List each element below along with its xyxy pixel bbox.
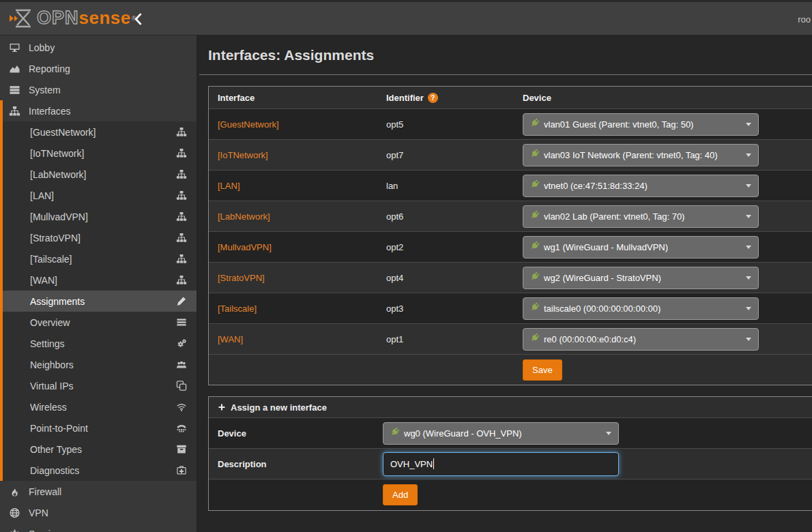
opnsense-logo[interactable]: OPNsense® — [10, 8, 136, 29]
sidebar-item-overview[interactable]: Overview — [3, 312, 197, 333]
sitemap-icon — [176, 148, 188, 159]
table-row: [LAN] lan vtnet0 (ce:47:51:8d:33:24) — [209, 170, 812, 201]
description-label: Description — [209, 459, 383, 469]
table-row: [Tailscale] opt3 tailscale0 (00:00:00:00… — [209, 293, 812, 323]
sidebar-item-mullvadvpn[interactable]: [MullvadVPN] — [3, 206, 197, 227]
device-select-value: vlan01 Guest (Parent: vtnet0, Tag: 50) — [544, 119, 693, 130]
interface-link[interactable]: [MullvadVPN] — [218, 242, 272, 252]
save-button[interactable]: Save — [523, 359, 562, 381]
interface-link[interactable]: [StratoVPN] — [218, 273, 265, 283]
column-header-device: Device — [523, 93, 812, 103]
tty-icon — [176, 423, 188, 434]
clone-icon — [176, 381, 188, 391]
sidebar-item-settings[interactable]: Settings — [3, 333, 197, 354]
sidebar-item-diagnostics[interactable]: Diagnostics — [3, 460, 197, 481]
sidebar-item-label: [WAN] — [30, 275, 57, 286]
description-input[interactable]: OVH_VPN — [383, 452, 619, 476]
sidebar-item-vpn[interactable]: VPN — [0, 502, 197, 523]
chevron-down-icon — [746, 246, 751, 249]
sidebar-item-point-to-point[interactable]: Point-to-Point — [3, 417, 197, 439]
interface-link[interactable]: [Tailscale] — [218, 304, 257, 314]
sidebar-item-tailscale[interactable]: [Tailscale] — [3, 248, 197, 269]
desktop-icon — [9, 42, 21, 53]
device-select[interactable]: vtnet0 (ce:47:51:8d:33:24) — [523, 175, 759, 197]
sidebar-item-iotnetwork[interactable]: [IoTNetwork] — [3, 143, 197, 164]
identifier-value: opt5 — [386, 119, 403, 130]
identifier-value: opt4 — [386, 273, 403, 283]
sidebar-item-label: Overview — [30, 317, 70, 328]
area-chart-icon — [9, 63, 21, 74]
device-select[interactable]: vlan03 IoT Network (Parent: vtnet0, Tag:… — [523, 144, 759, 166]
sidebar-item-neighbors[interactable]: Neighbors — [3, 354, 197, 375]
sidebar-collapse-icon[interactable] — [134, 13, 143, 28]
sidebar-item-reporting[interactable]: Reporting — [0, 58, 197, 79]
sidebar-item-lan[interactable]: [LAN] — [3, 185, 197, 206]
sitemap-icon — [176, 211, 188, 222]
sidebar-item-label: System — [29, 85, 61, 95]
sidebar-item-label: [StratoVPN] — [30, 233, 81, 243]
sidebar-item-virtual-ips[interactable]: Virtual IPs — [3, 375, 197, 396]
chevron-down-icon — [746, 184, 751, 188]
device-select-value: vlan03 IoT Network (Parent: vtnet0, Tag:… — [544, 150, 718, 160]
sidebar-item-label: [IoTNetwork] — [30, 148, 84, 159]
device-select[interactable]: re0 (00:00:00:e0:d0:c4) — [523, 328, 759, 351]
device-select-value: wg2 (WireGuard - StratoVPN) — [544, 273, 661, 283]
chevron-down-icon — [746, 215, 751, 218]
device-select[interactable]: vlan01 Guest (Parent: vtnet0, Tag: 50) — [523, 113, 759, 136]
identifier-value: opt2 — [386, 242, 403, 252]
interface-link[interactable]: [GuestNetwork] — [218, 119, 279, 130]
sidebar-item-services[interactable]: Services — [0, 523, 197, 532]
reorder-icon — [176, 317, 188, 328]
identifier-value: opt6 — [386, 211, 403, 222]
sidebar-item-label: Settings — [30, 338, 65, 349]
identifier-help-icon[interactable]: ? — [428, 93, 438, 103]
identifier-value: opt3 — [386, 304, 403, 314]
sidebar-item-system[interactable]: System — [0, 79, 197, 100]
interfaces-section: Interfaces [GuestNetwork] [IoTNetwork] [… — [0, 100, 197, 481]
page-title-band: Interfaces: Assignments — [199, 35, 812, 75]
assignments-table: Interface Identifier ? Device [GuestNetw… — [208, 86, 812, 385]
text-cursor — [433, 458, 434, 469]
logged-in-user[interactable]: roo — [798, 14, 811, 25]
interface-link[interactable]: [IoTNetwork] — [218, 150, 268, 160]
plug-icon — [530, 118, 540, 130]
save-row: Save — [209, 354, 812, 385]
column-header-identifier: Identifier ? — [386, 93, 523, 103]
add-button[interactable]: Add — [383, 484, 418, 505]
sidebar-item-interfaces[interactable]: Interfaces — [3, 100, 197, 121]
table-row: [StratoVPN] opt4 wg2 (WireGuard - Strato… — [209, 262, 812, 293]
device-select-value: wg1 (WireGuard - MullvadVPN) — [544, 242, 668, 252]
sitemap-icon — [176, 254, 188, 265]
interface-link[interactable]: [WAN] — [218, 334, 243, 344]
device-select[interactable]: wg2 (WireGuard - StratoVPN) — [523, 267, 759, 289]
sidebar-item-label: Lobby — [29, 42, 55, 53]
gear-icon — [9, 529, 21, 532]
add-row: Add — [209, 479, 812, 510]
new-interface-description-row: Description OVH_VPN — [209, 448, 812, 479]
sidebar-item-stratovpn[interactable]: [StratoVPN] — [3, 227, 197, 248]
new-device-select[interactable]: wg0 (WireGuard - OVH_VPN) — [383, 422, 619, 445]
sidebar-item-labnetwork[interactable]: [LabNetwork] — [3, 164, 197, 185]
interface-link[interactable]: [LabNetwork] — [218, 211, 270, 222]
device-select[interactable]: wg1 (WireGuard - MullvadVPN) — [523, 236, 759, 258]
sidebar-item-label: Diagnostics — [30, 465, 79, 476]
device-select-value: wg0 (WireGuard - OVH_VPN) — [404, 428, 522, 439]
sidebar-item-guestnetwork[interactable]: [GuestNetwork] — [3, 121, 197, 143]
sidebar-item-lobby[interactable]: Lobby — [0, 37, 197, 58]
sidebar-item-label: Interfaces — [29, 106, 70, 117]
table-header-row: Interface Identifier ? Device — [209, 87, 812, 108]
sidebar-item-label: Services — [29, 529, 66, 532]
users-icon — [176, 359, 188, 370]
device-select[interactable]: vlan02 Lab (Parent: vtnet0, Tag: 70) — [523, 205, 759, 228]
sidebar-item-label: Reporting — [29, 63, 70, 74]
sidebar-item-assignments[interactable]: Assignments — [3, 291, 197, 312]
sidebar-item-wireless[interactable]: Wireless — [3, 396, 197, 417]
chevron-down-icon — [606, 432, 611, 435]
sidebar-item-other-types[interactable]: Other Types — [3, 439, 197, 460]
sitemap-icon — [176, 190, 188, 201]
interface-link[interactable]: [LAN] — [218, 181, 240, 191]
sidebar-item-wan[interactable]: [WAN] — [3, 269, 197, 291]
new-interface-header: Assign a new interface — [209, 397, 812, 417]
sidebar-item-firewall[interactable]: Firewall — [0, 481, 197, 502]
device-select[interactable]: tailscale0 (00:00:00:00:00:00) — [523, 297, 759, 320]
